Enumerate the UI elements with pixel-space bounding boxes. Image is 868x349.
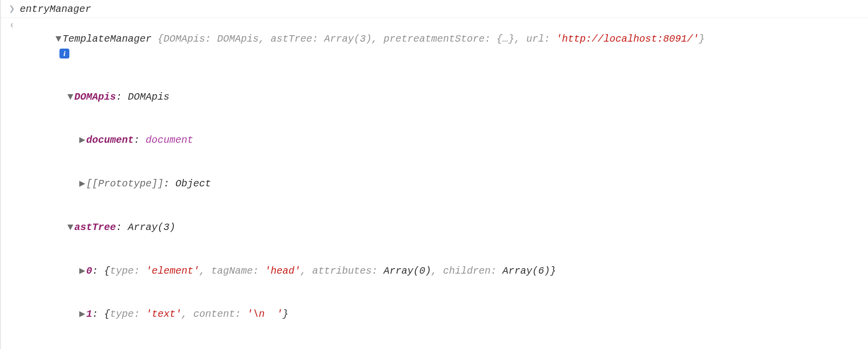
disclosure-right-icon[interactable]: ▶ — [79, 307, 85, 322]
info-icon[interactable]: i — [59, 49, 69, 58]
disclosure-right-icon[interactable]: ▶ — [79, 177, 85, 191]
disclosure-right-icon[interactable]: ▶ — [79, 264, 85, 279]
disclosure-down-icon[interactable]: ▼ — [55, 32, 61, 47]
property-row-domapis[interactable]: ▼DOMApis: DOMApis — [1, 75, 868, 119]
disclosure-down-icon[interactable]: ▼ — [67, 221, 73, 235]
array-item-0[interactable]: ▶0: {type: 'element', tagName: 'head', a… — [1, 249, 868, 293]
disclosure-down-icon[interactable]: ▼ — [67, 90, 73, 105]
console-output-row: ‹ ▼TemplateManager {DOMApis: DOMApis, as… — [1, 17, 868, 75]
console-panel: ❯ entryManager ‹ ▼TemplateManager {DOMAp… — [0, 0, 868, 349]
chevron-right-icon: ❯ — [4, 2, 20, 17]
reply-icon: ‹ — [4, 18, 20, 33]
property-row-prototype[interactable]: ▶[[Prototype]]: Object — [1, 163, 868, 206]
array-item-1[interactable]: ▶1: {type: 'text', content: '\n '} — [1, 293, 868, 337]
input-expression[interactable]: entryManager — [20, 2, 865, 17]
property-row-asttree[interactable]: ▼astTree: Array(3) — [1, 206, 868, 249]
disclosure-right-icon[interactable]: ▶ — [79, 133, 85, 148]
array-item-2[interactable]: ▶2: {type: 'element', tagName: 'body', a… — [1, 337, 868, 349]
console-input-row: ❯ entryManager — [1, 2, 868, 17]
object-summary[interactable]: ▼TemplateManager {DOMApis: DOMApis, astT… — [20, 18, 865, 75]
property-row-document[interactable]: ▶document: document — [1, 119, 868, 163]
